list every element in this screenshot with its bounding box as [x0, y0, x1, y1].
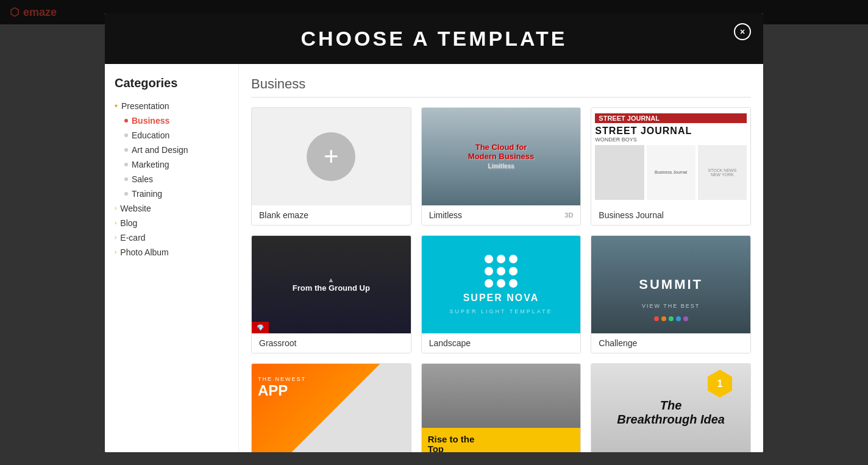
template-limitless[interactable]: The Cloud forModern BusinessLimitless Li…: [421, 107, 582, 225]
dot-6: [509, 267, 518, 275]
plus-icon: +: [307, 132, 355, 181]
template-thumbnail: ▲ From the Ground Up 💎: [252, 236, 411, 333]
category-label: Presentation: [121, 101, 169, 111]
sidebar-item-marketing[interactable]: Marketing: [124, 157, 229, 172]
sidebar-item-presentation[interactable]: ▾ Presentation: [115, 99, 229, 113]
sidebar-title: Categories: [115, 76, 229, 90]
dot-8: [497, 279, 505, 288]
sidebar-item-education[interactable]: Education: [124, 128, 229, 143]
template-name: Landscape: [429, 338, 471, 348]
template-blank-emaze[interactable]: + Blank emaze: [251, 107, 411, 225]
categories-sidebar: Categories ▾ Presentation Business Educa…: [105, 64, 239, 452]
journal-col-3: STOCK NEWSNEW YORK: [698, 145, 747, 200]
modal-overlay: CHOOSE A TEMPLATE × Categories ▾ Present…: [0, 0, 868, 465]
supernova-label: SUPER NOVA: [463, 293, 539, 303]
rise-text: Rise to theTop: [428, 435, 475, 452]
dot-icon: [124, 133, 128, 137]
dot-4: [485, 267, 493, 275]
breakthrough-text: TheBreakthrough Idea: [617, 399, 725, 427]
template-business-journal[interactable]: STREET JOURNAL STREET JOURNAL WONDER BOY…: [591, 107, 751, 225]
dot-icon: [124, 177, 128, 181]
grassroot-badge: 💎: [252, 322, 269, 333]
template-thumbnail: The Cloud forModern BusinessLimitless: [422, 108, 581, 205]
supernova-sub: SUPER LIGHT TEMPLATE: [449, 308, 552, 314]
app-label: APP: [258, 382, 306, 399]
subcategory-label: Sales: [132, 174, 153, 184]
dot-9: [509, 279, 518, 288]
subcategory-label: Marketing: [132, 160, 169, 169]
limitless-text: The Cloud forModern BusinessLimitless: [468, 143, 534, 170]
sidebar-item-art-design[interactable]: Art and Design: [124, 143, 229, 157]
template-name: Grassroot: [259, 338, 296, 348]
template-thumbnail: STREET JOURNAL STREET JOURNAL WONDER BOY…: [591, 108, 750, 205]
dot-7: [485, 279, 493, 288]
grassroot-text: ▲ From the Ground Up: [293, 276, 370, 293]
category-label: Website: [120, 204, 151, 213]
sidebar-item-sales[interactable]: Sales: [124, 172, 229, 186]
journal-body: Business Journal STOCK NEWSNEW YORK: [595, 145, 747, 200]
category-label: Photo Album: [120, 247, 168, 257]
dot-3: [509, 255, 518, 263]
challenge-sub: VIEW THE BEST: [642, 303, 700, 309]
close-button[interactable]: ×: [734, 23, 751, 40]
template-breakthrough[interactable]: 1 TheBreakthrough Idea The Breakthrough …: [591, 363, 751, 452]
chevron-right-icon: ›: [115, 219, 116, 226]
templates-grid: + Blank emaze The Cloud forModern Busine…: [251, 107, 751, 452]
chevron-right-icon: ›: [115, 234, 116, 241]
dot-blue: [676, 316, 681, 321]
sidebar-item-business[interactable]: Business: [124, 113, 229, 128]
journal-header: STREET JOURNAL: [595, 113, 747, 123]
template-challenge[interactable]: SUMMIT VIEW THE BEST Challenge: [591, 235, 751, 353]
dot-orange: [661, 316, 666, 321]
templates-content: Business + Blank emaze: [239, 64, 763, 452]
sidebar-item-photo-album[interactable]: › Photo Album: [115, 245, 229, 260]
sidebar-item-website[interactable]: › Website: [115, 201, 229, 216]
template-grassroot[interactable]: ▲ From the Ground Up 💎 Grassroot: [251, 235, 411, 353]
template-rise[interactable]: Rise to theTop Rise to the Top: [421, 363, 582, 452]
hex-badge: 1: [708, 370, 732, 398]
dot-icon: [124, 148, 128, 152]
template-thumbnail: 1 TheBreakthrough Idea: [591, 364, 750, 452]
dot-1: [485, 255, 493, 263]
template-thumbnail: SUMMIT VIEW THE BEST: [591, 236, 750, 333]
dot-icon: [124, 192, 128, 196]
template-app[interactable]: THE NEWEST APP The Newest App: [251, 363, 411, 452]
journal-sub: WONDER BOYS: [595, 137, 637, 143]
template-name: Limitless: [429, 210, 462, 220]
challenge-text: SUMMIT: [639, 277, 703, 293]
subcategory-label: Training: [132, 189, 162, 199]
app-text: THE NEWEST APP: [258, 376, 306, 399]
sidebar-item-blog[interactable]: › Blog: [115, 216, 229, 230]
dot-5: [497, 267, 505, 275]
chevron-down-icon: ▾: [115, 102, 118, 109]
dot-purple: [683, 316, 688, 321]
supernova-dots: [485, 255, 518, 288]
subcategory-label: Education: [132, 130, 169, 140]
presentation-subcategories: Business Education Art and Design Market…: [124, 113, 229, 201]
template-thumbnail: SUPER NOVA SUPER LIGHT TEMPLATE: [422, 236, 581, 333]
3d-badge: 3D: [564, 211, 573, 219]
modal-body: Categories ▾ Presentation Business Educa…: [105, 64, 763, 452]
sidebar-item-training[interactable]: Training: [124, 186, 229, 201]
modal-title: CHOOSE A TEMPLATE: [118, 27, 750, 51]
subcategory-label: Business: [132, 116, 169, 126]
category-label: E-card: [120, 233, 145, 243]
template-label: Challenge: [591, 333, 750, 353]
template-thumbnail: THE NEWEST APP: [252, 364, 411, 452]
journal-title: STREET JOURNAL: [595, 126, 692, 137]
template-label: Business Journal: [591, 205, 750, 225]
dot-icon: [124, 163, 128, 166]
modal-header: CHOOSE A TEMPLATE ×: [105, 13, 763, 64]
template-label: Grassroot: [252, 333, 411, 353]
app-newest: THE NEWEST: [258, 376, 306, 382]
template-landscape[interactable]: SUPER NOVA SUPER LIGHT TEMPLATE Landscap…: [421, 235, 582, 353]
active-dot-icon: [124, 119, 128, 122]
dot-green: [669, 316, 674, 321]
template-label: Landscape: [422, 333, 581, 353]
chevron-right-icon: ›: [115, 205, 116, 211]
section-title: Business: [251, 76, 751, 98]
dot-2: [497, 255, 505, 263]
sidebar-item-ecard[interactable]: › E-card: [115, 230, 229, 245]
journal-col-1: [595, 145, 644, 200]
template-label: Limitless 3D: [422, 205, 581, 225]
